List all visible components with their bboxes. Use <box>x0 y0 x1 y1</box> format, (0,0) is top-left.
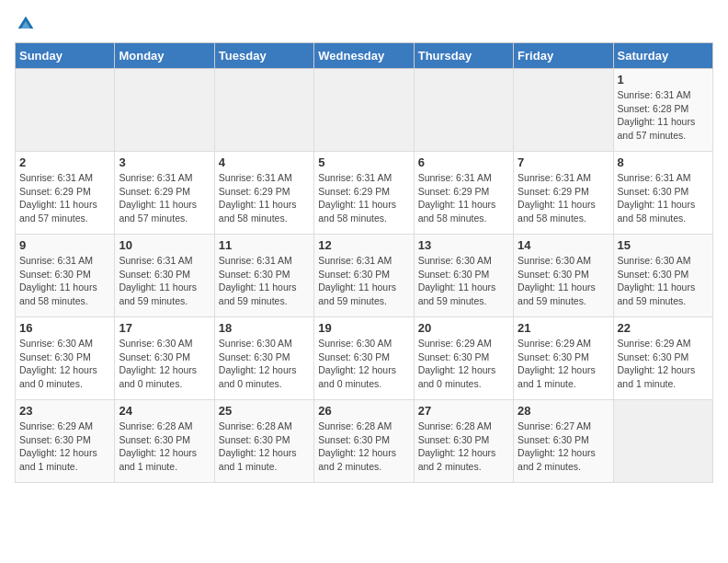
day-number: 20 <box>418 321 509 335</box>
day-number: 23 <box>19 404 110 418</box>
weekday-header-thursday: Thursday <box>414 43 513 69</box>
calendar-day-cell: 16Sunrise: 6:30 AM Sunset: 6:30 PM Dayli… <box>16 317 115 400</box>
day-info: Sunrise: 6:31 AM Sunset: 6:30 PM Dayligh… <box>119 254 210 308</box>
calendar-table: SundayMondayTuesdayWednesdayThursdayFrid… <box>15 42 713 483</box>
calendar-day-cell: 3Sunrise: 6:31 AM Sunset: 6:29 PM Daylig… <box>115 152 214 235</box>
weekday-header-saturday: Saturday <box>613 43 712 69</box>
day-info: Sunrise: 6:28 AM Sunset: 6:30 PM Dayligh… <box>318 419 409 474</box>
day-number: 2 <box>19 155 110 169</box>
logo <box>15 15 35 33</box>
day-info: Sunrise: 6:30 AM Sunset: 6:30 PM Dayligh… <box>618 254 709 308</box>
day-info: Sunrise: 6:31 AM Sunset: 6:28 PM Dayligh… <box>618 88 709 143</box>
day-number: 26 <box>318 404 409 418</box>
day-number: 4 <box>219 155 310 169</box>
day-number: 5 <box>318 155 409 169</box>
calendar-week-1: 1Sunrise: 6:31 AM Sunset: 6:28 PM Daylig… <box>16 69 713 152</box>
calendar-day-cell: 21Sunrise: 6:29 AM Sunset: 6:30 PM Dayli… <box>514 317 613 400</box>
calendar-day-cell: 19Sunrise: 6:30 AM Sunset: 6:30 PM Dayli… <box>314 317 414 400</box>
calendar-day-cell: 13Sunrise: 6:30 AM Sunset: 6:30 PM Dayli… <box>414 235 513 317</box>
day-info: Sunrise: 6:30 AM Sunset: 6:30 PM Dayligh… <box>219 337 310 391</box>
day-number: 24 <box>119 404 210 418</box>
calendar-day-cell <box>16 69 115 152</box>
weekday-header-row: SundayMondayTuesdayWednesdayThursdayFrid… <box>16 43 713 69</box>
weekday-header-monday: Monday <box>115 43 214 69</box>
calendar-day-cell: 15Sunrise: 6:30 AM Sunset: 6:30 PM Dayli… <box>613 235 712 317</box>
day-info: Sunrise: 6:31 AM Sunset: 6:29 PM Dayligh… <box>518 171 609 225</box>
day-info: Sunrise: 6:29 AM Sunset: 6:30 PM Dayligh… <box>19 419 110 474</box>
day-number: 18 <box>219 321 310 335</box>
day-info: Sunrise: 6:31 AM Sunset: 6:29 PM Dayligh… <box>119 171 210 225</box>
day-number: 14 <box>518 238 609 252</box>
day-number: 22 <box>618 321 709 335</box>
day-number: 16 <box>19 321 110 335</box>
day-info: Sunrise: 6:29 AM Sunset: 6:30 PM Dayligh… <box>418 337 509 391</box>
day-info: Sunrise: 6:30 AM Sunset: 6:30 PM Dayligh… <box>119 337 210 391</box>
day-number: 28 <box>518 404 609 418</box>
day-info: Sunrise: 6:30 AM Sunset: 6:30 PM Dayligh… <box>518 254 609 308</box>
calendar-week-4: 16Sunrise: 6:30 AM Sunset: 6:30 PM Dayli… <box>16 317 713 400</box>
day-number: 17 <box>119 321 210 335</box>
weekday-header-sunday: Sunday <box>16 43 115 69</box>
day-number: 11 <box>219 238 310 252</box>
logo-icon <box>17 15 35 33</box>
calendar-day-cell: 4Sunrise: 6:31 AM Sunset: 6:29 PM Daylig… <box>214 152 313 235</box>
calendar-day-cell: 20Sunrise: 6:29 AM Sunset: 6:30 PM Dayli… <box>414 317 513 400</box>
day-number: 12 <box>318 238 409 252</box>
calendar-week-5: 23Sunrise: 6:29 AM Sunset: 6:30 PM Dayli… <box>16 400 713 483</box>
day-number: 15 <box>618 238 709 252</box>
calendar-day-cell: 6Sunrise: 6:31 AM Sunset: 6:29 PM Daylig… <box>414 152 513 235</box>
calendar-day-cell: 8Sunrise: 6:31 AM Sunset: 6:30 PM Daylig… <box>613 152 712 235</box>
day-number: 7 <box>518 155 609 169</box>
weekday-header-tuesday: Tuesday <box>214 43 313 69</box>
day-info: Sunrise: 6:30 AM Sunset: 6:30 PM Dayligh… <box>19 337 110 391</box>
calendar-week-2: 2Sunrise: 6:31 AM Sunset: 6:29 PM Daylig… <box>16 152 713 235</box>
calendar-day-cell: 5Sunrise: 6:31 AM Sunset: 6:29 PM Daylig… <box>314 152 414 235</box>
calendar-day-cell <box>414 69 513 152</box>
day-info: Sunrise: 6:29 AM Sunset: 6:30 PM Dayligh… <box>618 337 709 391</box>
calendar-day-cell: 25Sunrise: 6:28 AM Sunset: 6:30 PM Dayli… <box>214 400 313 483</box>
day-info: Sunrise: 6:27 AM Sunset: 6:30 PM Dayligh… <box>518 419 609 474</box>
day-info: Sunrise: 6:28 AM Sunset: 6:30 PM Dayligh… <box>119 419 210 474</box>
day-number: 25 <box>219 404 310 418</box>
calendar-day-cell <box>613 400 712 483</box>
calendar-day-cell: 18Sunrise: 6:30 AM Sunset: 6:30 PM Dayli… <box>214 317 313 400</box>
day-info: Sunrise: 6:29 AM Sunset: 6:30 PM Dayligh… <box>518 337 609 391</box>
day-info: Sunrise: 6:30 AM Sunset: 6:30 PM Dayligh… <box>318 337 409 391</box>
day-info: Sunrise: 6:28 AM Sunset: 6:30 PM Dayligh… <box>418 419 509 474</box>
day-info: Sunrise: 6:31 AM Sunset: 6:29 PM Dayligh… <box>219 171 310 225</box>
day-number: 1 <box>618 73 709 86</box>
calendar-day-cell: 17Sunrise: 6:30 AM Sunset: 6:30 PM Dayli… <box>115 317 214 400</box>
calendar-day-cell: 12Sunrise: 6:31 AM Sunset: 6:30 PM Dayli… <box>314 235 414 317</box>
day-number: 6 <box>418 155 509 169</box>
day-info: Sunrise: 6:31 AM Sunset: 6:29 PM Dayligh… <box>418 171 509 225</box>
day-number: 19 <box>318 321 409 335</box>
day-number: 9 <box>19 238 110 252</box>
day-number: 13 <box>418 238 509 252</box>
calendar-day-cell: 28Sunrise: 6:27 AM Sunset: 6:30 PM Dayli… <box>514 400 613 483</box>
calendar-day-cell: 2Sunrise: 6:31 AM Sunset: 6:29 PM Daylig… <box>16 152 115 235</box>
calendar-day-cell: 11Sunrise: 6:31 AM Sunset: 6:30 PM Dayli… <box>214 235 313 317</box>
day-info: Sunrise: 6:31 AM Sunset: 6:30 PM Dayligh… <box>219 254 310 308</box>
calendar-day-cell: 7Sunrise: 6:31 AM Sunset: 6:29 PM Daylig… <box>514 152 613 235</box>
calendar-week-3: 9Sunrise: 6:31 AM Sunset: 6:30 PM Daylig… <box>16 235 713 317</box>
weekday-header-wednesday: Wednesday <box>314 43 414 69</box>
day-number: 3 <box>119 155 210 169</box>
weekday-header-friday: Friday <box>514 43 613 69</box>
calendar-day-cell <box>514 69 613 152</box>
day-info: Sunrise: 6:31 AM Sunset: 6:30 PM Dayligh… <box>618 171 709 225</box>
day-info: Sunrise: 6:30 AM Sunset: 6:30 PM Dayligh… <box>418 254 509 308</box>
day-info: Sunrise: 6:31 AM Sunset: 6:30 PM Dayligh… <box>318 254 409 308</box>
day-number: 8 <box>618 155 709 169</box>
calendar-day-cell: 24Sunrise: 6:28 AM Sunset: 6:30 PM Dayli… <box>115 400 214 483</box>
calendar-day-cell: 27Sunrise: 6:28 AM Sunset: 6:30 PM Dayli… <box>414 400 513 483</box>
day-info: Sunrise: 6:31 AM Sunset: 6:29 PM Dayligh… <box>19 171 110 225</box>
calendar-day-cell <box>115 69 214 152</box>
calendar-day-cell: 23Sunrise: 6:29 AM Sunset: 6:30 PM Dayli… <box>16 400 115 483</box>
calendar-day-cell: 14Sunrise: 6:30 AM Sunset: 6:30 PM Dayli… <box>514 235 613 317</box>
calendar-day-cell <box>314 69 414 152</box>
calendar-day-cell: 22Sunrise: 6:29 AM Sunset: 6:30 PM Dayli… <box>613 317 712 400</box>
day-info: Sunrise: 6:31 AM Sunset: 6:29 PM Dayligh… <box>318 171 409 225</box>
day-number: 10 <box>119 238 210 252</box>
calendar-day-cell: 10Sunrise: 6:31 AM Sunset: 6:30 PM Dayli… <box>115 235 214 317</box>
day-number: 27 <box>418 404 509 418</box>
